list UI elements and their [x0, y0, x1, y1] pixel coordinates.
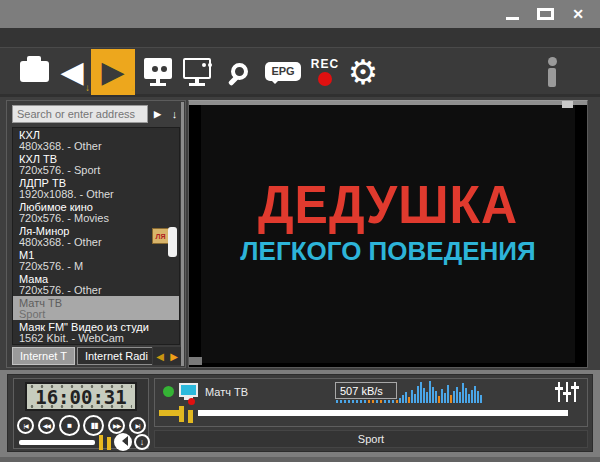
list-scrollbar[interactable]: [181, 102, 184, 366]
channel-list-item[interactable]: ЛДПР ТВ 1920x1088. - Other: [13, 176, 179, 200]
minimize-button[interactable]: [500, 5, 524, 23]
category-strip: Sport: [154, 430, 588, 448]
status-green-dot: [163, 386, 174, 397]
left-arrow-icon: ◀: [156, 351, 164, 362]
down-arrow-icon: ↓: [172, 108, 178, 120]
playback-control-box: 16:00:31 |◀◀◀■▮▮▶▶▶| ↓: [13, 378, 149, 449]
volume-down-button[interactable]: ↓: [134, 434, 150, 450]
channel-list-item[interactable]: Любимое кино 720x576. - Movies: [13, 200, 179, 224]
channel-detail: 480x368. - Other: [19, 141, 179, 152]
spectrum: [399, 381, 495, 403]
clock-display: 16:00:31: [25, 382, 137, 411]
back-icon: ◀: [60, 57, 83, 87]
info-button[interactable]: [542, 48, 562, 95]
channel-name: Любимое кино: [19, 201, 179, 213]
search-dropdown-button[interactable]: ↓: [167, 105, 182, 123]
down-arrow-icon: ↓: [140, 437, 145, 447]
prev-channel-button[interactable]: ◀ ↓: [54, 48, 90, 95]
transport-button[interactable]: ▶|: [129, 417, 146, 434]
channel-list-item[interactable]: Ля-Минор 480x368. - Other ЛЯ: [13, 224, 179, 248]
video-top-scrollbar[interactable]: [189, 101, 587, 105]
play-button[interactable]: ▶ ↓: [91, 49, 135, 95]
search-input[interactable]: [12, 105, 148, 123]
rec-label: REC: [311, 57, 339, 71]
channel-detail: 720x576. - Movies: [19, 213, 179, 224]
tab[interactable]: Internet Radi: [77, 347, 152, 365]
player-panel: 16:00:31 |◀◀◀■▮▮▶▶▶| ↓ Матч ТВ 507 kB/s: [7, 374, 593, 452]
channel-detail: Sport: [19, 309, 179, 320]
minimize-icon: [506, 17, 519, 20]
maximize-icon: [537, 8, 554, 20]
monitor-people-2-icon: [183, 58, 211, 86]
channel-tabs: Internet TInternet RadiПо: [12, 347, 152, 365]
tabs-scroll-left-button[interactable]: ◀: [153, 347, 167, 365]
drop-arrow-icon: ↓: [85, 82, 90, 93]
video-title: ДЕДУШКА: [258, 173, 518, 236]
video-scrollbar-thumb[interactable]: [562, 101, 573, 108]
transport-button[interactable]: ▶▶: [108, 417, 125, 434]
play-icon: ▶: [101, 57, 124, 87]
record-button[interactable]: REC: [306, 48, 344, 95]
channel-name: ЛДПР ТВ: [19, 177, 179, 189]
channel-list-item[interactable]: КХЛ ТВ 720x576. - Sport: [13, 152, 179, 176]
seek-handle[interactable]: [188, 410, 193, 423]
channel-list: КХЛ 480x368. - Other КХЛ ТВ 720x576. - S…: [12, 127, 180, 345]
bitrate-badge: 507 kB/s: [335, 382, 397, 399]
tab[interactable]: Internet T: [12, 347, 75, 365]
magnifier-icon: [231, 63, 248, 80]
search-go-button[interactable]: ▶: [150, 105, 165, 123]
channel-name: Матч ТВ: [19, 297, 179, 309]
close-button[interactable]: ✕: [566, 5, 590, 23]
settings-button[interactable]: ⚙: [344, 48, 382, 95]
player-frame: 16:00:31 |◀◀◀■▮▮▶▶▶| ↓ Матч ТВ 507 kB/s: [0, 370, 600, 462]
seek-handle[interactable]: [179, 406, 184, 422]
channel-name: КХЛ ТВ: [19, 153, 179, 165]
monitor-people-icon: [144, 58, 172, 86]
screen-mode-button[interactable]: [138, 48, 178, 95]
right-arrow-icon: ▶: [170, 351, 178, 362]
status-channel-label: Матч ТВ: [205, 386, 248, 398]
epg-bubble-icon: EPG: [265, 62, 300, 81]
volume-handle[interactable]: [107, 437, 111, 450]
drop-arrow-icon: ↓: [130, 82, 135, 93]
menu-bar: [0, 28, 600, 47]
open-file-button[interactable]: [16, 48, 52, 95]
transport-button[interactable]: ▮▮: [83, 415, 104, 436]
volume-handle[interactable]: [99, 435, 103, 450]
channel-name: Мама: [19, 273, 179, 285]
seek-marker-dot: [188, 398, 195, 405]
epg-button[interactable]: EPG: [260, 48, 306, 95]
channel-list-item[interactable]: КХЛ 480x368. - Other: [13, 128, 179, 152]
video-area[interactable]: ДЕДУШКА ЛЕГКОГО ПОВЕДЕНИЯ: [188, 100, 588, 368]
search-button[interactable]: [221, 48, 257, 95]
channel-detail: 720x576. - Other: [19, 285, 179, 296]
transport-controls: |◀◀◀■▮▮▶▶▶|: [17, 414, 146, 436]
equalizer-icon[interactable]: [555, 382, 579, 402]
channel-list-item[interactable]: Мама 720x576. - Other: [13, 272, 179, 296]
speaker-icon: [118, 436, 129, 447]
channel-monitor-icon: [179, 383, 198, 397]
info-icon: [548, 57, 557, 87]
channel-name: КХЛ: [19, 129, 179, 141]
desktop-capture-button[interactable]: [177, 48, 217, 95]
channel-detail: 1562 Kbit. - WebCam: [19, 333, 179, 344]
close-icon: ✕: [572, 6, 584, 22]
category-label: Sport: [358, 433, 384, 445]
channel-list-item[interactable]: Маяк FM" Видео из студи 1562 Kbit. - Web…: [13, 320, 179, 344]
transport-button[interactable]: ◀◀: [38, 417, 55, 434]
transport-button[interactable]: ■: [59, 415, 80, 436]
sidebar: ▶ ↓ КХЛ 480x368. - Other КХЛ ТВ 720x576.…: [6, 100, 186, 368]
tabs-scroll-right-button[interactable]: ▶: [167, 347, 181, 365]
channel-name: М1: [19, 249, 179, 261]
list-scrollbar-thumb[interactable]: [168, 227, 177, 257]
record-dot-icon: [318, 72, 332, 86]
channel-list-item[interactable]: Матч ТВ Sport: [13, 296, 179, 320]
channel-list-item[interactable]: М1 720x576. - М: [13, 248, 179, 272]
volume-slider[interactable]: [19, 440, 95, 445]
seek-track[interactable]: [198, 410, 568, 416]
maximize-button[interactable]: [533, 5, 557, 23]
transport-button[interactable]: |◀: [17, 417, 34, 434]
gear-icon: ⚙: [348, 55, 378, 89]
volume-row: ↓: [17, 436, 147, 450]
mute-button[interactable]: [114, 433, 132, 451]
